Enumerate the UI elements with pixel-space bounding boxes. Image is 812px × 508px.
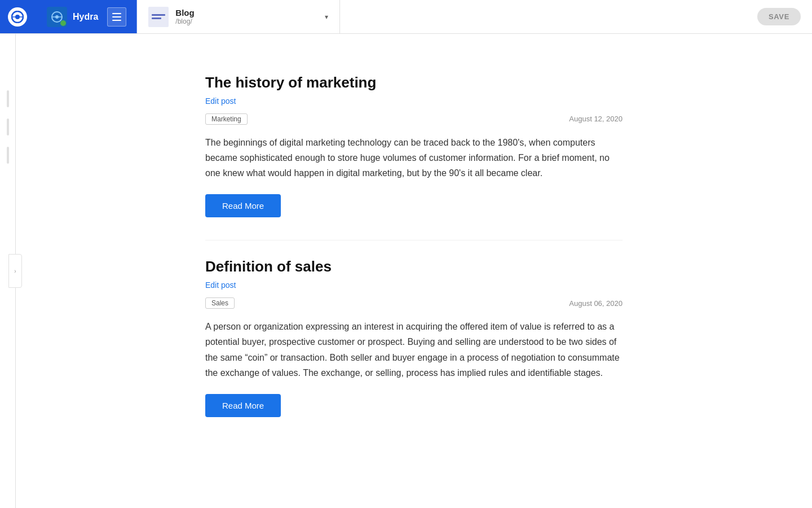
- sidebar-item: [7, 90, 9, 107]
- status-dot: [60, 20, 66, 26]
- page-url: /blog/: [175, 17, 318, 25]
- post-tag: Marketing: [205, 113, 248, 125]
- read-more-button[interactable]: Read More: [205, 394, 281, 417]
- page-info: Blog /blog/: [175, 8, 318, 25]
- left-sidebar: ›: [0, 34, 16, 508]
- sidebar-items: [7, 90, 9, 164]
- chevron-right-icon: ›: [14, 268, 16, 274]
- app-name: Hydra: [73, 12, 98, 22]
- save-button[interactable]: SAVE: [757, 8, 801, 25]
- blog-post-post-1: The history of marketing Edit post Marke…: [205, 56, 623, 240]
- post-meta: Sales August 06, 2020: [205, 297, 623, 309]
- blog-post-post-2: Definition of sales Edit post Sales Augu…: [205, 240, 623, 440]
- sidebar-expand-handle[interactable]: ›: [8, 254, 22, 288]
- top-nav: Hydra Blog /blog/ ▾ SAVE: [0, 0, 812, 34]
- post-title: Definition of sales: [205, 257, 623, 277]
- post-date: August 12, 2020: [569, 115, 623, 123]
- sidebar-item: [7, 119, 9, 135]
- post-meta: Marketing August 12, 2020: [205, 113, 623, 125]
- nav-hydra-area: Hydra: [42, 0, 137, 33]
- app-logo-icon: [8, 7, 27, 27]
- post-tag: Sales: [205, 297, 235, 309]
- page-thumbnail: [148, 7, 169, 27]
- post-excerpt: A person or organization expressing an i…: [205, 319, 623, 380]
- read-more-button[interactable]: Read More: [205, 194, 281, 217]
- hydra-logo: [47, 7, 67, 27]
- post-title: The history of marketing: [205, 73, 623, 93]
- chevron-down-icon: ▾: [325, 13, 328, 21]
- edit-post-link[interactable]: Edit post: [205, 281, 236, 290]
- page-selector[interactable]: Blog /blog/ ▾: [137, 0, 340, 33]
- edit-post-link[interactable]: Edit post: [205, 97, 236, 106]
- content-wrapper: The history of marketing Edit post Marke…: [205, 56, 623, 440]
- post-date: August 06, 2020: [569, 299, 623, 308]
- sidebar-item: [7, 147, 9, 164]
- main-content: The history of marketing Edit post Marke…: [16, 34, 812, 508]
- post-excerpt: The beginnings of digital marketing tech…: [205, 135, 623, 181]
- nav-logo-area: [0, 0, 42, 33]
- hamburger-menu[interactable]: [107, 7, 126, 27]
- page-title: Blog: [175, 8, 318, 17]
- hamburger-icon: [112, 13, 121, 21]
